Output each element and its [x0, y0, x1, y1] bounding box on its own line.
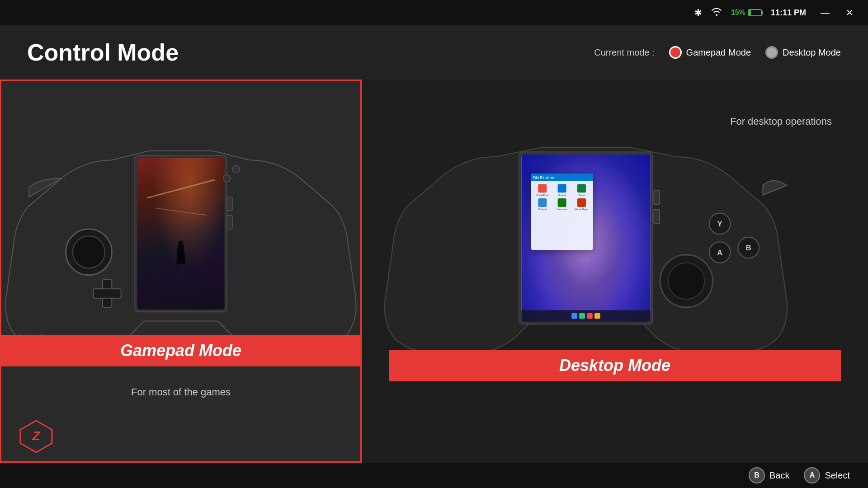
close-button[interactable]: ✕ — [842, 5, 857, 20]
bottom-bar: B Back A Select — [0, 463, 868, 488]
svg-rect-20 — [654, 209, 660, 224]
back-label: Back — [769, 470, 789, 481]
svg-point-12 — [668, 263, 704, 299]
battery-bar — [748, 9, 762, 16]
battery-indicator: 15% — [731, 9, 762, 17]
desktop-mode-card[interactable]: For desktop operations — [362, 80, 868, 463]
svg-rect-19 — [654, 190, 660, 205]
back-button-circle: B — [749, 467, 765, 483]
brand-logo: Z — [18, 418, 54, 455]
wifi-icon — [711, 8, 722, 18]
svg-rect-5 — [94, 289, 121, 298]
battery-fill — [749, 10, 751, 15]
svg-text:B: B — [746, 244, 751, 252]
select-button-circle: A — [804, 467, 820, 483]
select-nav-btn[interactable]: A Select — [804, 467, 850, 483]
svg-text:Y: Y — [717, 220, 722, 228]
current-mode-label: Current mode : — [594, 47, 654, 58]
svg-point-6 — [223, 175, 231, 182]
svg-text:A: A — [717, 249, 722, 257]
mode-selector: Current mode : Gamepad Mode Desktop Mode — [594, 46, 841, 59]
svg-text:Z: Z — [32, 429, 40, 443]
desktop-mode-dot — [765, 46, 778, 59]
back-nav-btn[interactable]: B Back — [749, 467, 789, 483]
clock: 11:11 PM — [771, 8, 806, 18]
desktop-mode-card-label: Desktop Mode — [402, 356, 827, 375]
battery-percent: 15% — [731, 9, 745, 17]
gamepad-mode-card-label: Gamepad Mode — [15, 341, 347, 360]
gamepad-left-illustration — [1, 81, 360, 423]
svg-rect-9 — [227, 215, 232, 229]
cards-container: >>> Gamepad Mode For most of the games F… — [0, 80, 868, 463]
desktop-mode-label-band: Desktop Mode — [389, 350, 841, 381]
svg-point-3 — [73, 236, 105, 268]
gamepad-mode-label: Gamepad Mode — [686, 47, 751, 58]
desktop-mode-option[interactable]: Desktop Mode — [765, 46, 841, 59]
gamepad-mode-subtitle: For most of the games — [1, 386, 360, 398]
svg-rect-8 — [227, 197, 232, 211]
page-title: Control Mode — [27, 39, 179, 66]
minimize-button[interactable]: — — [817, 6, 833, 20]
gamepad-mode-option[interactable]: Gamepad Mode — [669, 46, 751, 59]
window-controls: — ✕ — [817, 5, 857, 20]
main-content: Control Mode Current mode : Gamepad Mode… — [0, 25, 868, 488]
svg-point-7 — [232, 166, 240, 173]
system-icons: ✱ 15% 11:11 PM — [694, 7, 806, 18]
gamepad-mode-dot — [669, 46, 682, 59]
desktop-mode-label: Desktop Mode — [783, 47, 841, 58]
header-area: Control Mode Current mode : Gamepad Mode… — [0, 25, 868, 80]
titlebar: ✱ 15% 11:11 PM — ✕ — [0, 0, 868, 25]
gamepad-mode-label-band: Gamepad Mode — [1, 335, 360, 366]
desktop-mode-subtitle: For desktop operations — [730, 116, 832, 127]
gamepad-mode-card[interactable]: >>> Gamepad Mode For most of the games — [0, 80, 362, 463]
bluetooth-icon: ✱ — [694, 7, 702, 18]
logo-area: Z — [18, 418, 54, 456]
select-label: Select — [825, 470, 850, 481]
